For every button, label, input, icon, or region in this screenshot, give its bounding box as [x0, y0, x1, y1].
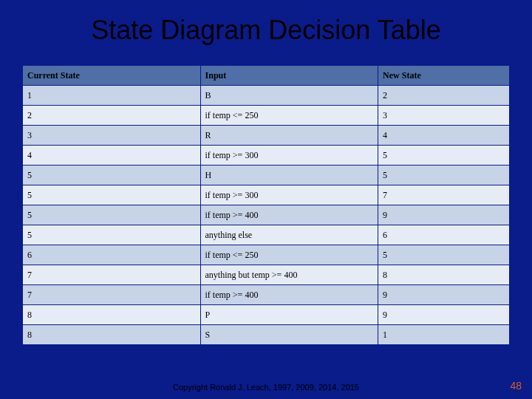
cell-next: 1	[378, 325, 510, 345]
col-header-input: Input	[200, 66, 378, 86]
table-row: 2 if temp <= 250 3	[23, 106, 510, 126]
decision-table-wrap: Current State Input New State 1 B 2 2 if…	[22, 65, 510, 345]
cell-input: if temp >= 300	[200, 185, 378, 205]
cell-input: H	[200, 166, 378, 185]
cell-input: R	[200, 126, 378, 146]
cell-input: anything else	[200, 225, 378, 245]
cell-current: 3	[23, 126, 201, 146]
cell-next: 5	[378, 245, 510, 265]
cell-current: 5	[23, 166, 201, 185]
cell-next: 8	[378, 265, 510, 285]
cell-input: if temp <= 250	[200, 245, 378, 265]
cell-next: 5	[378, 166, 510, 185]
table-row: 8 S 1	[23, 325, 510, 345]
cell-next: 3	[378, 106, 510, 126]
cell-next: 2	[378, 86, 510, 106]
decision-table: Current State Input New State 1 B 2 2 if…	[22, 65, 510, 345]
cell-input: B	[200, 86, 378, 106]
cell-input: if temp <= 250	[200, 106, 378, 126]
table-row: 1 B 2	[23, 86, 510, 106]
copyright-text: Copyright Ronald J. Leach, 1997, 2009, 2…	[0, 383, 532, 393]
slide: State Diagram Decision Table Current Sta…	[0, 0, 532, 399]
cell-next: 6	[378, 225, 510, 245]
cell-input: P	[200, 305, 378, 325]
table-row: 5 if temp >= 400 9	[23, 205, 510, 225]
cell-next: 9	[378, 205, 510, 225]
col-header-current-state: Current State	[23, 66, 201, 86]
cell-input: anything but temp >= 400	[200, 265, 378, 285]
table-row: 6 if temp <= 250 5	[23, 245, 510, 265]
cell-next: 7	[378, 185, 510, 205]
col-header-new-state: New State	[378, 66, 510, 86]
cell-current: 6	[23, 245, 201, 265]
table-row: 5 if temp >= 300 7	[23, 185, 510, 205]
cell-input: S	[200, 325, 378, 345]
cell-current: 7	[23, 265, 201, 285]
table-row: 5 H 5	[23, 166, 510, 185]
table-row: 8 P 9	[23, 305, 510, 325]
table-row: 7 if temp >= 400 9	[23, 285, 510, 305]
cell-current: 1	[23, 86, 201, 106]
cell-current: 8	[23, 305, 201, 325]
cell-next: 5	[378, 146, 510, 166]
page-number: 48	[510, 380, 522, 392]
cell-current: 7	[23, 285, 201, 305]
cell-current: 5	[23, 205, 201, 225]
cell-current: 4	[23, 146, 201, 166]
cell-next: 4	[378, 126, 510, 146]
table-row: 4 if temp >= 300 5	[23, 146, 510, 166]
cell-current: 5	[23, 225, 201, 245]
table-row: 5 anything else 6	[23, 225, 510, 245]
cell-input: if temp >= 300	[200, 146, 378, 166]
table-row: 3 R 4	[23, 126, 510, 146]
cell-current: 5	[23, 185, 201, 205]
cell-input: if temp >= 400	[200, 205, 378, 225]
cell-current: 8	[23, 325, 201, 345]
cell-input: if temp >= 400	[200, 285, 378, 305]
page-title: State Diagram Decision Table	[0, 0, 532, 55]
table-row: 7 anything but temp >= 400 8	[23, 265, 510, 285]
cell-next: 9	[378, 305, 510, 325]
cell-current: 2	[23, 106, 201, 126]
cell-next: 9	[378, 285, 510, 305]
table-header-row: Current State Input New State	[23, 66, 510, 86]
